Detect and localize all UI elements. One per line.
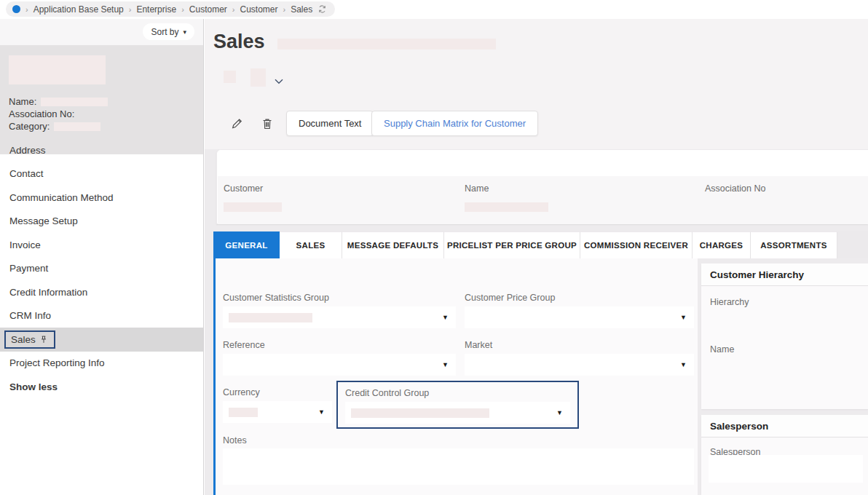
- breadcrumb-item-application-base-setup[interactable]: Application Base Setup: [33, 4, 124, 15]
- redacted-name-value: [41, 98, 108, 106]
- sidebar-sort-row: Sort by ▾: [0, 19, 203, 45]
- salesperson-card: Salesperson Salesperson: [701, 415, 868, 495]
- tab-charges[interactable]: CHARGES: [693, 231, 751, 258]
- edit-icon[interactable]: [231, 117, 243, 132]
- redacted-currency-value: [229, 408, 258, 417]
- name-field-label: Name: [465, 183, 489, 194]
- page-title: Sales: [213, 31, 265, 53]
- sidebar-item-crm-info[interactable]: CRM Info: [0, 304, 203, 328]
- redacted-statistics-group-value: [229, 313, 312, 322]
- reference-label: Reference: [223, 340, 265, 350]
- redacted-badge-1: [224, 71, 236, 83]
- market-label: Market: [465, 340, 492, 350]
- sort-by-label: Sort by: [151, 27, 178, 37]
- summary-association-label: Association No:: [9, 108, 74, 120]
- tab-message-defaults[interactable]: MESSAGE DEFAULTS: [342, 231, 444, 258]
- dropdown-arrow-icon: ▼: [556, 409, 563, 416]
- currency-label: Currency: [223, 387, 260, 397]
- breadcrumb-separator-icon: ›: [181, 5, 184, 14]
- sidebar-item-message-setup[interactable]: Message Setup: [0, 210, 203, 234]
- customer-price-group-label: Customer Price Group: [465, 293, 555, 303]
- sidebar-item-show-less[interactable]: Show less: [0, 375, 203, 399]
- caret-down-icon: ▾: [183, 28, 186, 36]
- customer-hierarchy-title: Customer Hierarchy: [701, 264, 868, 286]
- sidebar-item-contact[interactable]: Contact: [0, 162, 203, 186]
- sidebar-item-sales-label: Sales: [11, 334, 36, 345]
- customer-header-fields: Customer Name Association No: [218, 176, 868, 224]
- sidebar-item-project-reporting-info[interactable]: Project Reporting Info: [0, 352, 203, 376]
- credit-control-group-focus-box: Credit Control Group ▼: [336, 381, 579, 429]
- redacted-badge-2: [250, 68, 266, 87]
- breadcrumb-separator-icon: ›: [283, 5, 286, 14]
- home-icon[interactable]: [12, 5, 20, 13]
- salesperson-title: Salesperson: [701, 415, 868, 437]
- summary-category-label: Category:: [9, 121, 50, 132]
- tab-bar: GENERAL SALES MESSAGE DEFAULTS PRICELIST…: [213, 231, 868, 258]
- customer-price-group-dropdown[interactable]: ▼: [465, 306, 694, 328]
- breadcrumb-item-customer[interactable]: Customer: [189, 4, 227, 15]
- sidebar-item-payment[interactable]: Payment: [0, 257, 203, 281]
- breadcrumb: › Application Base Setup › Enterprise › …: [6, 1, 335, 17]
- tab-general[interactable]: GENERAL: [213, 231, 280, 258]
- breadcrumb-separator-icon: ›: [129, 5, 132, 14]
- redacted-name-value: [465, 202, 548, 212]
- customer-statistics-group-dropdown[interactable]: ▼: [223, 306, 456, 328]
- notes-label: Notes: [223, 435, 247, 446]
- sidebar-item-invoice[interactable]: Invoice: [0, 233, 203, 257]
- pin-icon: [40, 336, 47, 344]
- breadcrumb-item-sales[interactable]: Sales: [291, 4, 312, 15]
- redacted-credit-control-value: [351, 408, 489, 418]
- customer-header-card: Customer Name Association No: [216, 149, 868, 224]
- sidebar: Sort by ▾ Name: Association No: Category…: [0, 19, 204, 495]
- summary-name-label: Name:: [9, 96, 36, 108]
- association-no-field-label: Association No: [705, 183, 765, 194]
- credit-control-group-dropdown[interactable]: ▼: [345, 402, 570, 424]
- dropdown-arrow-icon: ▼: [680, 361, 687, 368]
- hierarchy-label: Hierarchy: [710, 297, 749, 307]
- reference-dropdown[interactable]: ▼: [223, 354, 456, 376]
- document-text-button[interactable]: Document Text: [286, 111, 374, 136]
- hierarchy-name-label: Name: [710, 344, 734, 355]
- chevron-down-icon[interactable]: [275, 74, 283, 87]
- salesperson-input[interactable]: [709, 455, 863, 483]
- sidebar-item-credit-information[interactable]: Credit Information: [0, 280, 203, 304]
- application-window: › Application Base Setup › Enterprise › …: [0, 0, 868, 495]
- breadcrumb-separator-icon: ›: [232, 5, 235, 14]
- customer-field-label: Customer: [224, 183, 263, 194]
- redacted-customer-value: [224, 202, 282, 212]
- supply-chain-matrix-button[interactable]: Supply Chain Matrix for Customer: [371, 111, 538, 136]
- sidebar-item-address[interactable]: Address: [0, 138, 203, 162]
- tab-assortments[interactable]: ASSORTMENTS: [751, 231, 837, 258]
- redacted-customer-avatar: [9, 55, 106, 84]
- dropdown-arrow-icon: ▼: [680, 314, 687, 321]
- tab-pricelist-per-price-group[interactable]: PRICELIST PER PRICE GROUP: [444, 231, 580, 258]
- redacted-category-value: [54, 122, 100, 131]
- credit-control-group-label: Credit Control Group: [345, 388, 429, 398]
- customer-hierarchy-card: Customer Hierarchy Hierarchy Name: [701, 264, 868, 409]
- redacted-title-detail: [277, 39, 496, 50]
- breadcrumb-item-customer-2[interactable]: Customer: [240, 4, 278, 15]
- tab-sales[interactable]: SALES: [280, 231, 342, 258]
- dropdown-arrow-icon: ▼: [318, 408, 325, 416]
- refresh-icon[interactable]: [317, 4, 327, 14]
- breadcrumb-separator-icon: ›: [25, 5, 28, 14]
- sidebar-item-sales-focus-box: Sales: [4, 330, 55, 349]
- breadcrumb-item-enterprise[interactable]: Enterprise: [136, 4, 176, 15]
- top-bar: › Application Base Setup › Enterprise › …: [0, 0, 868, 19]
- sidebar-item-sales[interactable]: Sales: [0, 328, 203, 352]
- notes-textarea[interactable]: [223, 448, 694, 485]
- currency-dropdown[interactable]: ▼: [223, 401, 332, 423]
- sidebar-nav: Address Contact Communication Method Mes…: [0, 138, 203, 399]
- sidebar-item-communication-method[interactable]: Communication Method: [0, 186, 203, 210]
- dropdown-arrow-icon: ▼: [442, 361, 449, 368]
- delete-icon[interactable]: [261, 117, 273, 133]
- market-dropdown[interactable]: ▼: [465, 354, 694, 376]
- dropdown-arrow-icon: ▼: [442, 314, 449, 321]
- customer-statistics-group-label: Customer Statistics Group: [223, 293, 329, 303]
- sort-by-button[interactable]: Sort by ▾: [143, 23, 194, 40]
- general-tab-panel: Customer Statistics Group ▼ Customer Pri…: [213, 258, 698, 495]
- tab-commission-receiver[interactable]: COMMISSION RECEIVER: [580, 231, 693, 258]
